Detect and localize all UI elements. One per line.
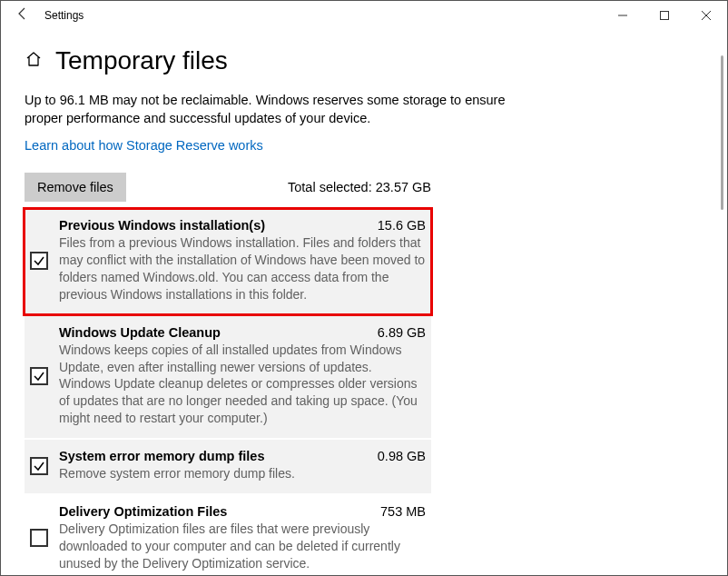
item-body: Previous Windows installation(s)15.6 GBF… xyxy=(59,218,426,303)
checkbox[interactable] xyxy=(30,367,48,385)
window-controls xyxy=(602,1,727,30)
item-description: Remove system error memory dump files. xyxy=(59,465,426,482)
checkbox[interactable] xyxy=(30,529,48,547)
item-size: 0.98 GB xyxy=(378,449,426,463)
item-header: System error memory dump files0.98 GB xyxy=(59,449,426,463)
file-list: Previous Windows installation(s)15.6 GBF… xyxy=(25,209,431,576)
item-size: 6.89 GB xyxy=(378,325,426,340)
list-item[interactable]: Delivery Optimization Files753 MBDeliver… xyxy=(25,495,431,576)
item-body: Windows Update Cleanup6.89 GBWindows kee… xyxy=(59,325,426,427)
checkbox-column xyxy=(30,449,50,482)
checkbox[interactable] xyxy=(30,252,48,270)
action-row: Remove files Total selected: 23.57 GB xyxy=(25,173,431,202)
item-description: Delivery Optimization files are files th… xyxy=(59,521,426,572)
minimize-button[interactable] xyxy=(602,1,644,30)
item-name: Delivery Optimization Files xyxy=(59,504,227,519)
back-button[interactable] xyxy=(8,6,37,25)
item-header: Windows Update Cleanup6.89 GB xyxy=(59,325,426,340)
checkbox-column xyxy=(30,218,50,303)
item-body: System error memory dump files0.98 GBRem… xyxy=(59,449,426,482)
list-item[interactable]: System error memory dump files0.98 GBRem… xyxy=(25,440,431,493)
item-name: System error memory dump files xyxy=(59,449,264,463)
checkbox-column xyxy=(30,504,50,572)
item-name: Windows Update Cleanup xyxy=(59,325,221,340)
total-label: Total selected: xyxy=(288,180,372,194)
total-selected: Total selected: 23.57 GB xyxy=(288,180,431,194)
maximize-button[interactable] xyxy=(644,1,685,30)
scrollbar[interactable] xyxy=(713,55,725,573)
page-title: Temporary files xyxy=(55,46,228,75)
storage-reserve-link[interactable]: Learn about how Storage Reserve works xyxy=(25,138,263,153)
scrollbar-thumb[interactable] xyxy=(721,55,723,210)
intro-text: Up to 96.1 MB may not be reclaimable. Wi… xyxy=(25,92,533,127)
total-value: 23.57 GB xyxy=(376,180,431,194)
window-title: Settings xyxy=(37,9,84,22)
remove-files-button[interactable]: Remove files xyxy=(25,173,126,202)
checkbox[interactable] xyxy=(30,457,48,475)
list-item[interactable]: Previous Windows installation(s)15.6 GBF… xyxy=(25,209,431,314)
item-header: Previous Windows installation(s)15.6 GB xyxy=(59,218,426,233)
content-area: Temporary files Up to 96.1 MB may not be… xyxy=(1,30,727,576)
list-item[interactable]: Windows Update Cleanup6.89 GBWindows kee… xyxy=(25,316,431,438)
item-description: Files from a previous Windows installati… xyxy=(59,234,426,303)
item-size: 753 MB xyxy=(380,504,426,519)
item-size: 15.6 GB xyxy=(378,218,426,233)
item-header: Delivery Optimization Files753 MB xyxy=(59,504,426,519)
close-button[interactable] xyxy=(685,1,727,30)
home-icon[interactable] xyxy=(25,50,43,73)
checkbox-column xyxy=(30,325,50,427)
page-header: Temporary files xyxy=(25,46,703,75)
item-name: Previous Windows installation(s) xyxy=(59,218,265,233)
titlebar: Settings xyxy=(1,1,727,30)
item-body: Delivery Optimization Files753 MBDeliver… xyxy=(59,504,426,572)
svg-rect-1 xyxy=(661,12,669,20)
item-description: Windows keeps copies of all installed up… xyxy=(59,342,426,427)
